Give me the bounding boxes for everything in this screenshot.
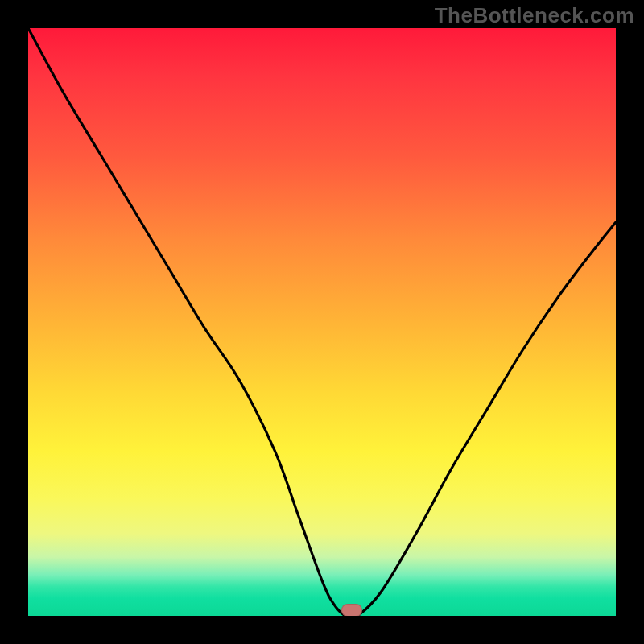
optimal-point-marker: [341, 604, 362, 616]
bottleneck-curve: [28, 28, 616, 616]
plot-area: [28, 28, 616, 616]
chart-frame: TheBottleneck.com: [0, 0, 644, 644]
watermark-text: TheBottleneck.com: [435, 3, 634, 28]
